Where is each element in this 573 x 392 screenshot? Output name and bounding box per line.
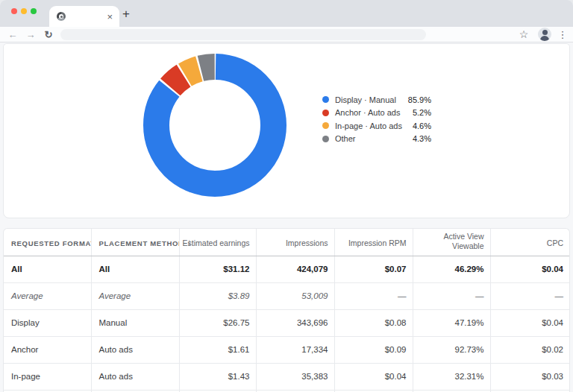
cell-estimated-earnings: $26.75: [179, 309, 256, 336]
legend-dot-icon: [322, 96, 329, 103]
cell-estimated-earnings: $1.61: [179, 336, 256, 363]
cell-cpc: —: [490, 282, 569, 309]
cell-impressions: 53,009: [256, 282, 334, 309]
table-row-average: AverageAverage$3.8953,009———: [4, 282, 569, 309]
profile-avatar[interactable]: [538, 28, 551, 41]
person-body-icon: [540, 36, 549, 41]
report-table: REQUESTED FORMATPLACEMENT METHOD↓Estimat…: [4, 229, 569, 392]
column-header-impression-rpm[interactable]: Impression RPM: [334, 229, 413, 256]
browser-tab[interactable]: ×: [49, 6, 119, 27]
cell-cpc: $0.03: [490, 363, 569, 390]
table-header-row: REQUESTED FORMATPLACEMENT METHOD↓Estimat…: [4, 229, 569, 256]
table-row-in-page: In-pageAuto ads$1.4335,383$0.0432.31%$0.…: [4, 363, 569, 390]
cell-active-view-viewable: 47.19%: [413, 309, 490, 336]
tab-close-icon[interactable]: ×: [107, 12, 113, 22]
legend-row-2: In-page · Auto ads4.6%: [322, 119, 431, 133]
legend-label: In-page · Auto ads: [335, 121, 413, 130]
donut-chart[interactable]: [143, 54, 286, 197]
cell-requested-format: All: [4, 256, 91, 282]
overflow-menu-icon[interactable]: ⋮: [557, 29, 569, 40]
chrome-favicon-icon: [57, 12, 66, 21]
chart-legend: Display · Manual85.9%Anchor · Auto ads5.…: [322, 93, 431, 145]
window-zoom-button[interactable]: [31, 8, 37, 14]
legend-row-1: Anchor · Auto ads5.2%: [322, 107, 431, 120]
legend-value: 4.6%: [413, 121, 431, 130]
legend-row-0: Display · Manual85.9%: [322, 93, 431, 107]
back-icon[interactable]: ←: [4, 28, 22, 42]
address-bar[interactable]: [60, 29, 426, 40]
tab-strip: × +: [0, 0, 573, 27]
table-row-display: DisplayManual$26.75343,696$0.0847.19%$0.…: [4, 309, 569, 336]
window-minimize-button[interactable]: [21, 8, 27, 14]
legend-dot-icon: [322, 136, 329, 142]
legend-dot-icon: [322, 122, 329, 129]
cell-impressions: 17,334: [256, 336, 334, 363]
cell-estimated-earnings: $3.89: [179, 282, 256, 309]
column-label: PLACEMENT METHOD: [99, 239, 180, 247]
legend-dot-icon: [322, 110, 329, 116]
column-label: REQUESTED FORMAT: [11, 239, 91, 247]
person-icon: [542, 30, 548, 35]
legend-label: Other: [335, 134, 413, 143]
cell-active-view-viewable: —: [413, 282, 490, 309]
column-label: Estimated earnings: [183, 238, 250, 248]
column-header-placement-method[interactable]: PLACEMENT METHOD: [91, 229, 179, 256]
chart-card: Display · Manual85.9%Anchor · Auto ads5.…: [3, 43, 570, 218]
cell-estimated-earnings: $31.12: [179, 256, 256, 282]
cell-placement-method: Manual: [91, 309, 179, 336]
cell-impression-rpm: $0.04: [334, 363, 413, 390]
cell-impression-rpm: $0.08: [334, 309, 413, 336]
legend-value: 85.9%: [408, 95, 431, 104]
column-label: CPC: [547, 238, 563, 248]
cell-requested-format: Average: [4, 282, 91, 309]
legend-value: 5.2%: [413, 108, 431, 117]
cell-placement-method: Auto ads: [91, 336, 179, 363]
cell-impressions: 35,383: [256, 363, 334, 390]
cell-impression-rpm: —: [334, 282, 413, 309]
column-label: Impressions: [286, 238, 328, 248]
cell-requested-format: Anchor: [4, 336, 91, 363]
column-header-impressions[interactable]: Impressions: [256, 229, 334, 256]
traffic-lights: [11, 8, 37, 14]
cell-cpc: $0.04: [490, 256, 569, 282]
table-row-all: AllAll$31.12424,079$0.0746.29%$0.04: [4, 256, 569, 282]
bookmark-star-icon[interactable]: ☆: [515, 28, 533, 40]
new-tab-button[interactable]: +: [122, 7, 130, 20]
table-row-anchor: AnchorAuto ads$1.6117,334$0.0992.73%$0.0…: [4, 336, 569, 363]
window-close-button[interactable]: [11, 8, 17, 14]
cell-estimated-earnings: $1.43: [179, 363, 256, 390]
column-label: Active View Viewable: [413, 232, 484, 251]
browser-toolbar: ← → ↻ ☆ ⋮: [0, 27, 573, 42]
cell-impression-rpm: $0.09: [334, 336, 413, 363]
cell-requested-format: In-page: [4, 363, 91, 390]
cell-active-view-viewable: 46.29%: [413, 256, 490, 282]
cell-cpc: $0.04: [490, 309, 569, 336]
legend-value: 4.3%: [413, 134, 431, 143]
column-label: Impression RPM: [348, 238, 407, 248]
legend-row-3: Other4.3%: [322, 133, 431, 146]
cell-active-view-viewable: 32.31%: [413, 363, 490, 390]
reload-icon[interactable]: ↻: [40, 28, 57, 42]
cell-impression-rpm: $0.07: [334, 256, 413, 282]
forward-icon[interactable]: →: [22, 28, 40, 42]
cell-impressions: 424,079: [256, 256, 334, 282]
report-table-card: REQUESTED FORMATPLACEMENT METHOD↓Estimat…: [3, 228, 570, 392]
column-header-active-view-viewable[interactable]: Active View Viewable: [413, 229, 490, 256]
cell-placement-method: Average: [91, 282, 179, 309]
sort-descending-icon: ↓: [187, 237, 192, 247]
legend-label: Anchor · Auto ads: [335, 108, 413, 117]
cell-requested-format: Display: [4, 309, 91, 336]
legend-label: Display · Manual: [335, 95, 408, 104]
cell-placement-method: All: [91, 256, 179, 282]
page-content: Display · Manual85.9%Anchor · Auto ads5.…: [0, 42, 573, 392]
cell-active-view-viewable: 92.73%: [413, 336, 490, 363]
cell-impressions: 343,696: [256, 309, 334, 336]
column-header-requested-format[interactable]: REQUESTED FORMAT: [4, 229, 91, 256]
browser-window: × + ← → ↻ ☆ ⋮ Display · Manual85.9%Ancho…: [0, 0, 573, 392]
cell-placement-method: Auto ads: [91, 363, 179, 390]
cell-cpc: $0.02: [490, 336, 569, 363]
column-header-estimated-earnings[interactable]: ↓Estimated earnings: [179, 229, 256, 256]
column-header-cpc[interactable]: CPC: [490, 229, 569, 256]
